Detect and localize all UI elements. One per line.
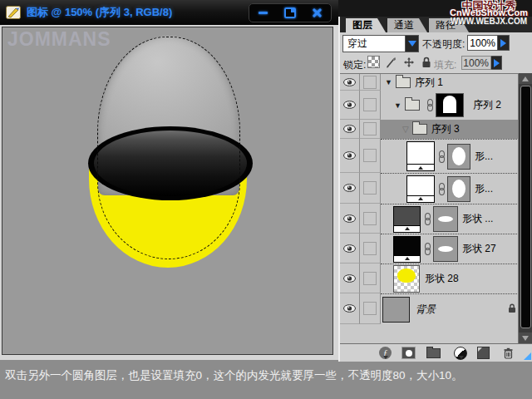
vector-mask-thumbnail[interactable] <box>433 236 458 262</box>
fill-layer-thumbnail[interactable] <box>393 206 421 233</box>
canvas[interactable]: JOMMANS <box>2 27 333 355</box>
link-cell[interactable] <box>360 204 381 234</box>
scroll-up-button[interactable] <box>519 73 532 84</box>
visibility-toggle[interactable] <box>340 139 360 173</box>
link-cell[interactable] <box>360 74 381 91</box>
link-cell[interactable] <box>360 234 381 264</box>
visibility-toggle[interactable] <box>340 293 360 324</box>
layers-list-empty-area <box>340 324 532 343</box>
layer-name[interactable]: 形状 ... <box>462 212 493 226</box>
blend-mode-dropdown-button[interactable] <box>405 35 419 52</box>
link-cell[interactable] <box>360 173 381 204</box>
layers-list: 序列 1 序列 2 <box>340 73 532 343</box>
lock-icon <box>421 57 431 68</box>
eye-icon <box>343 244 356 253</box>
layers-scrollbar[interactable] <box>518 73 532 343</box>
fill-layer-thumbnail[interactable] <box>393 236 421 263</box>
eye-icon <box>343 125 356 133</box>
layer-row-shape-c[interactable]: 形状 ... <box>340 204 532 234</box>
layer-thumbnail-yellow[interactable] <box>393 265 420 293</box>
visibility-toggle[interactable] <box>340 120 360 139</box>
group-mask-thumbnail[interactable] <box>436 93 464 117</box>
delete-layer-button[interactable] <box>501 346 515 360</box>
add-layer-mask-button[interactable] <box>401 346 416 360</box>
lock-position-button[interactable] <box>402 56 415 68</box>
layer-row-group1[interactable]: 序列 1 <box>340 74 532 91</box>
layer-name[interactable]: 形状 27 <box>462 242 496 256</box>
link-well <box>363 76 377 89</box>
caption-text: 双击另外一个圆角图层，也是设置填充0，这个的内发光就要厚一些，不透明度80，大小… <box>5 368 529 383</box>
restore-button[interactable] <box>282 7 298 20</box>
minimize-button[interactable] <box>254 7 271 20</box>
scrollbar-thumb[interactable] <box>520 86 531 328</box>
layer-row-shape-b[interactable]: 形... <box>340 173 532 204</box>
link-cell[interactable] <box>360 91 381 120</box>
expand-triangle-open-icon[interactable] <box>402 125 409 134</box>
scroll-down-button[interactable] <box>519 332 532 343</box>
opacity-input[interactable]: 100% <box>467 35 498 51</box>
visibility-toggle[interactable] <box>340 234 360 264</box>
fill-layer-thumbnail[interactable] <box>406 175 435 203</box>
fill-slider-icon <box>407 164 434 170</box>
new-group-button[interactable] <box>426 346 441 360</box>
lock-transparency-button[interactable] <box>367 56 380 68</box>
visibility-toggle[interactable] <box>340 264 360 293</box>
vector-mask-thumbnail[interactable] <box>433 206 458 232</box>
mask-lens-shape <box>438 216 453 222</box>
layer-name[interactable]: 形... <box>475 150 493 164</box>
layer-name[interactable]: 序列 1 <box>415 76 443 90</box>
lock-label: 锁定: <box>343 58 366 72</box>
visibility-toggle[interactable] <box>340 173 360 204</box>
link-well <box>363 181 377 195</box>
lock-icon <box>508 303 516 313</box>
layer-name[interactable]: 序列 3 <box>431 122 460 136</box>
layer-mask-icon <box>401 347 416 359</box>
layer-name[interactable]: 形状 28 <box>425 272 459 286</box>
canvas-watermark: JOMMANS <box>7 28 111 51</box>
tab-layers[interactable]: 图层 <box>346 18 386 32</box>
tab-channels[interactable]: 通道 <box>387 18 427 32</box>
layer-name[interactable]: 背景 <box>416 303 436 317</box>
layer-row-group3-selected[interactable]: 序列 3 <box>340 120 532 139</box>
lock-buttons <box>367 56 432 68</box>
layer-style-button[interactable]: ƒ <box>377 346 391 360</box>
chevron-down-icon <box>408 41 416 47</box>
visibility-toggle[interactable] <box>340 91 360 120</box>
link-cell[interactable] <box>360 139 381 173</box>
lock-all-button[interactable] <box>420 56 432 68</box>
expand-triangle-icon[interactable] <box>385 78 392 86</box>
link-cell[interactable] <box>360 293 381 324</box>
layer-row-shape-28[interactable]: 形状 28 <box>340 264 532 293</box>
layer-row-shape-a[interactable]: 形... <box>340 139 532 173</box>
visibility-toggle[interactable] <box>340 204 360 234</box>
opacity-slider-button[interactable] <box>498 35 510 51</box>
link-cell[interactable] <box>360 120 381 139</box>
mask-link-icon <box>424 213 431 225</box>
layer-name[interactable]: 序列 2 <box>473 98 501 112</box>
adjustment-layer-button[interactable] <box>451 346 466 360</box>
new-layer-button[interactable] <box>476 346 490 360</box>
chevron-right-icon <box>494 59 500 67</box>
expand-triangle-icon[interactable] <box>394 101 401 110</box>
link-cell[interactable] <box>360 264 381 293</box>
panel-resize-grip[interactable] <box>524 352 531 360</box>
document-titlebar[interactable]: 图标 @ 150% (序列 3, RGB/8) <box>0 0 338 25</box>
group-folder-icon <box>405 100 420 111</box>
layer-name[interactable]: 形... <box>475 182 493 196</box>
blend-mode-select[interactable]: 穿过 <box>342 35 405 52</box>
mask-link-icon <box>438 150 445 163</box>
vector-mask-thumbnail[interactable] <box>447 176 470 202</box>
fill-input[interactable]: 100% <box>461 56 491 70</box>
chevron-right-icon <box>500 39 506 47</box>
vector-mask-thumbnail[interactable] <box>447 144 470 170</box>
layer-row-shape-27[interactable]: 形状 27 <box>340 234 532 264</box>
fill-slider-button[interactable] <box>491 56 502 70</box>
link-well <box>363 98 377 111</box>
layer-row-group2[interactable]: 序列 2 <box>340 91 532 120</box>
lock-paint-button[interactable] <box>385 56 397 68</box>
layer-row-background[interactable]: 背景 <box>340 293 532 324</box>
fill-layer-thumbnail[interactable] <box>406 141 435 171</box>
background-layer-thumbnail[interactable] <box>382 297 410 323</box>
visibility-toggle[interactable] <box>340 74 360 91</box>
close-button[interactable] <box>309 7 326 20</box>
